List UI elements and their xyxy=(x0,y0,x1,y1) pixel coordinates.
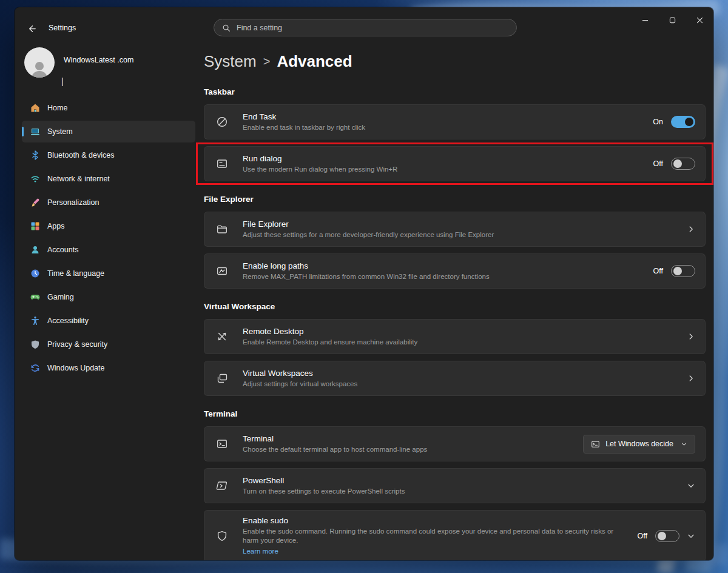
search-icon xyxy=(222,24,231,32)
user-profile[interactable]: WindowsLatest .com | xyxy=(15,44,204,92)
card-controls: Off xyxy=(638,530,695,542)
card-text: File ExplorerAdjust these settings for a… xyxy=(243,219,687,240)
chevron-right-icon[interactable] xyxy=(687,332,695,341)
back-arrow-icon xyxy=(28,24,37,33)
card-title: Terminal xyxy=(243,434,575,443)
card-controls xyxy=(687,225,695,233)
search-input[interactable] xyxy=(235,23,508,33)
sidebar-item-privacy-security[interactable]: Privacy & security xyxy=(22,333,195,355)
settings-card-remote-desktop[interactable]: Remote DesktopEnable Remote Desktop and … xyxy=(204,319,706,354)
chevron-down-icon xyxy=(681,441,687,447)
toggle-run-dialog[interactable] xyxy=(671,158,695,170)
settings-card-virtual-workspaces[interactable]: Virtual WorkspacesAdjust settings for vi… xyxy=(204,361,706,396)
main-content: System > Advanced TaskbarEnd TaskEnable … xyxy=(204,44,706,560)
toggle-knob xyxy=(685,118,693,126)
card-controls: Let Windows decide xyxy=(583,435,695,454)
sidebar-item-label: Network & internet xyxy=(47,175,110,183)
settings-card-file-explorer[interactable]: File ExplorerAdjust these settings for a… xyxy=(204,212,706,247)
settings-card-powershell[interactable]: PowerShellTurn on these settings to exec… xyxy=(204,468,706,503)
settings-card-enable-long-paths[interactable]: Enable long pathsRemove MAX_PATH limitat… xyxy=(204,253,706,289)
card-text: PowerShellTurn on these settings to exec… xyxy=(243,476,687,496)
settings-card-run-dialog[interactable]: Run dialogUse the modern Run dialog when… xyxy=(204,146,706,181)
card-description: Adjust these settings for a more develop… xyxy=(243,230,643,240)
card-description: Enable end task in taskbar by right clic… xyxy=(243,123,643,132)
long-paths-icon xyxy=(216,265,228,277)
toggle-end-task[interactable] xyxy=(671,116,695,128)
card-title: Enable sudo xyxy=(243,516,629,525)
settings-window: Settings WindowsLatest .com | HomeSystem… xyxy=(15,7,713,560)
card-title: File Explorer xyxy=(243,219,678,229)
search-box[interactable] xyxy=(214,19,517,36)
card-title: Enable long paths xyxy=(243,261,645,270)
card-description: Remove MAX_PATH limitations from common … xyxy=(243,272,643,281)
toggle-enable-sudo[interactable] xyxy=(655,530,679,542)
page-title: Advanced xyxy=(277,52,352,71)
chevron-right-icon[interactable] xyxy=(687,374,695,383)
bluetooth-icon xyxy=(30,150,40,160)
dropdown-terminal[interactable]: Let Windows decide xyxy=(583,435,695,454)
gaming-icon xyxy=(30,292,40,302)
sidebar-item-apps[interactable]: Apps xyxy=(22,215,195,237)
card-description: Enable Remote Desktop and ensure machine… xyxy=(243,338,643,347)
card-controls: Off xyxy=(653,265,695,277)
card-title: PowerShell xyxy=(243,476,678,485)
sidebar-item-system[interactable]: System xyxy=(22,121,195,142)
sidebar-item-label: Privacy & security xyxy=(47,340,107,349)
accounts-icon xyxy=(30,245,40,255)
card-text: Run dialogUse the modern Run dialog when… xyxy=(243,154,653,174)
sidebar-item-gaming[interactable]: Gaming xyxy=(22,286,195,308)
toggle-knob xyxy=(673,267,682,275)
chevron-down-icon[interactable] xyxy=(687,532,695,540)
sidebar-item-label: Bluetooth & devices xyxy=(47,151,115,159)
file-explorer-icon xyxy=(216,223,228,235)
powershell-icon xyxy=(216,480,228,492)
sidebar-item-network-internet[interactable]: Network & internet xyxy=(22,168,195,190)
close-button[interactable] xyxy=(686,7,713,33)
toggle-knob xyxy=(658,532,666,540)
sidebar-item-accessibility[interactable]: Accessibility xyxy=(22,310,195,332)
window-controls xyxy=(632,7,713,33)
section-title: Virtual Workspace xyxy=(204,302,706,312)
avatar xyxy=(24,47,55,78)
sidebar-item-label: Time & language xyxy=(47,269,104,278)
maximize-button[interactable] xyxy=(659,7,686,33)
sidebar-item-time-language[interactable]: Time & language xyxy=(22,263,195,284)
breadcrumb-parent[interactable]: System xyxy=(204,52,257,71)
sidebar: WindowsLatest .com | HomeSystemBluetooth… xyxy=(15,44,204,560)
section-title: File Explorer xyxy=(204,195,706,204)
settings-card-enable-sudo[interactable]: Enable sudoEnable the sudo command. Runn… xyxy=(204,510,706,560)
chevron-down-icon[interactable] xyxy=(687,481,695,490)
sidebar-item-label: Apps xyxy=(47,222,65,230)
close-icon xyxy=(696,17,703,24)
card-text: Virtual WorkspacesAdjust settings for vi… xyxy=(243,369,687,389)
back-button[interactable] xyxy=(22,21,42,36)
home-icon xyxy=(30,103,40,113)
user-avatar-icon xyxy=(27,57,52,78)
card-text: Enable long pathsRemove MAX_PATH limitat… xyxy=(243,261,653,281)
section-cards: Remote DesktopEnable Remote Desktop and … xyxy=(204,319,706,396)
chevron-right-icon[interactable] xyxy=(687,225,695,233)
section-file-explorer: File ExplorerFile ExplorerAdjust these s… xyxy=(204,195,706,289)
toggle-knob xyxy=(673,159,682,168)
learn-more-link[interactable]: Learn more xyxy=(243,548,278,555)
minimize-button[interactable] xyxy=(632,7,659,33)
sidebar-item-windows-update[interactable]: Windows Update xyxy=(22,357,195,379)
sidebar-item-label: Accounts xyxy=(47,246,78,254)
section-virtual-workspace: Virtual WorkspaceRemote DesktopEnable Re… xyxy=(204,302,706,396)
run-dialog-icon xyxy=(216,158,228,170)
toggle-state-label: On xyxy=(653,118,663,126)
settings-card-terminal[interactable]: TerminalChoose the default terminal app … xyxy=(204,426,706,461)
section-title: Taskbar xyxy=(204,87,706,97)
card-text: TerminalChoose the default terminal app … xyxy=(243,434,583,454)
sidebar-item-personalization[interactable]: Personalization xyxy=(22,192,195,213)
sidebar-item-bluetooth-devices[interactable]: Bluetooth & devices xyxy=(22,144,195,166)
settings-sections: TaskbarEnd TaskEnable end task in taskba… xyxy=(204,87,706,560)
sidebar-item-accounts[interactable]: Accounts xyxy=(22,239,195,261)
toggle-enable-long-paths[interactable] xyxy=(671,265,695,277)
card-description: Enable the sudo command. Running the sud… xyxy=(243,527,629,545)
sidebar-nav: HomeSystemBluetooth & devicesNetwork & i… xyxy=(22,97,195,381)
sidebar-item-home[interactable]: Home xyxy=(22,97,195,119)
card-text: Remote DesktopEnable Remote Desktop and … xyxy=(243,327,687,347)
sudo-icon xyxy=(216,530,228,542)
settings-card-end-task[interactable]: End TaskEnable end task in taskbar by ri… xyxy=(204,104,706,139)
